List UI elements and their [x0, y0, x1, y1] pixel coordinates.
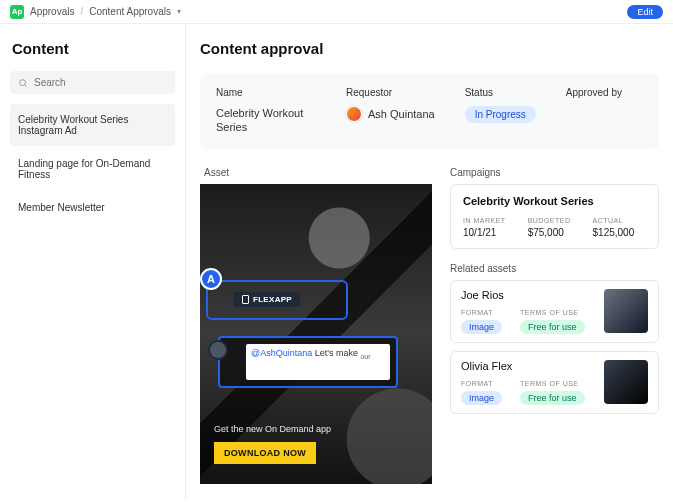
related-asset-name: Joe Rios	[461, 289, 596, 301]
format-label: FORMAT	[461, 380, 502, 387]
page-title: Content approval	[200, 40, 659, 57]
metric-value: $125,000	[593, 227, 635, 238]
breadcrumb-current[interactable]: Content Approvals	[89, 6, 171, 17]
summary-requestor-label: Requestor	[346, 87, 435, 98]
svg-line-1	[25, 84, 27, 86]
format-label: FORMAT	[461, 309, 502, 316]
terms-pill: Free for use	[520, 391, 585, 405]
summary-status-label: Status	[465, 87, 536, 98]
content-list-item[interactable]: Celebrity Workout Series Instagram Ad	[10, 104, 175, 146]
summary-bar: Name Celebrity Workout Series Requestor …	[200, 73, 659, 149]
metric-label: BUDGETED	[528, 217, 571, 224]
related-asset-name: Olivia Flex	[461, 360, 596, 372]
related-section-label: Related assets	[450, 263, 659, 274]
device-icon	[242, 295, 249, 304]
comment-text: Let's make	[312, 348, 360, 358]
status-badge: In Progress	[465, 106, 536, 123]
related-asset-card[interactable]: Joe Rios FORMAT Image TERMS OF USE Free …	[450, 280, 659, 343]
comment-input[interactable]: @AshQuintana Let's make our	[246, 344, 390, 380]
campaign-title: Celebrity Workout Series	[463, 195, 646, 207]
svg-point-0	[20, 79, 26, 85]
terms-pill: Free for use	[520, 320, 585, 334]
summary-name-value: Celebrity Workout Series	[216, 106, 316, 135]
annotation-tag: FLEXAPP	[234, 292, 300, 307]
sidebar-heading: Content	[10, 40, 175, 57]
terms-label: TERMS OF USE	[520, 309, 585, 316]
format-pill: Image	[461, 320, 502, 334]
format-pill: Image	[461, 391, 502, 405]
metric-value: 10/1/21	[463, 227, 506, 238]
chevron-down-icon[interactable]: ▾	[177, 7, 181, 16]
related-asset-card[interactable]: Olivia Flex FORMAT Image TERMS OF USE Fr…	[450, 351, 659, 414]
asset-section-label: Asset	[200, 167, 432, 178]
campaign-card[interactable]: Celebrity Workout Series IN MARKET 10/1/…	[450, 184, 659, 249]
summary-name-label: Name	[216, 87, 316, 98]
app-badge: Ap	[10, 5, 24, 19]
asset-preview[interactable]: A FLEXAPP @AshQuintana Let's make our Ge…	[200, 184, 432, 484]
metric-value: $75,000	[528, 227, 571, 238]
content-list-item[interactable]: Landing page for On-Demand Fitness	[10, 148, 175, 190]
top-bar: Ap Approvals / Content Approvals ▾ Edit	[0, 0, 673, 24]
summary-requestor-value: Ash Quintana	[368, 108, 435, 120]
sidebar: Content Celebrity Workout Series Instagr…	[0, 24, 186, 500]
avatar	[346, 106, 362, 122]
related-asset-thumbnail	[604, 360, 648, 404]
content-panel: Content approval Name Celebrity Workout …	[186, 24, 673, 500]
content-list-item[interactable]: Member Newsletter	[10, 192, 175, 223]
breadcrumb-separator: /	[80, 6, 83, 17]
terms-label: TERMS OF USE	[520, 380, 585, 387]
search-input[interactable]	[34, 77, 167, 88]
summary-approved-label: Approved by	[566, 87, 622, 98]
asset-promo-text: Get the new On Demand app	[214, 424, 331, 434]
avatar	[208, 340, 228, 360]
search-icon	[18, 78, 28, 88]
related-asset-thumbnail	[604, 289, 648, 333]
asset-download-button: DOWNLOAD NOW	[214, 442, 316, 464]
search-input-wrapper[interactable]	[10, 71, 175, 94]
campaigns-section-label: Campaigns	[450, 167, 659, 178]
mention-chip[interactable]: @AshQuintana	[251, 348, 312, 358]
comment-typed: our	[360, 352, 370, 359]
edit-button[interactable]: Edit	[627, 5, 663, 19]
metric-label: IN MARKET	[463, 217, 506, 224]
annotation-tag-text: FLEXAPP	[253, 295, 292, 304]
breadcrumb-root[interactable]: Approvals	[30, 6, 74, 17]
annotation-marker[interactable]: A	[200, 268, 222, 290]
breadcrumb: Ap Approvals / Content Approvals ▾	[10, 5, 181, 19]
metric-label: ACTUAL	[593, 217, 635, 224]
comment-composer[interactable]: @AshQuintana Let's make our	[218, 336, 398, 388]
